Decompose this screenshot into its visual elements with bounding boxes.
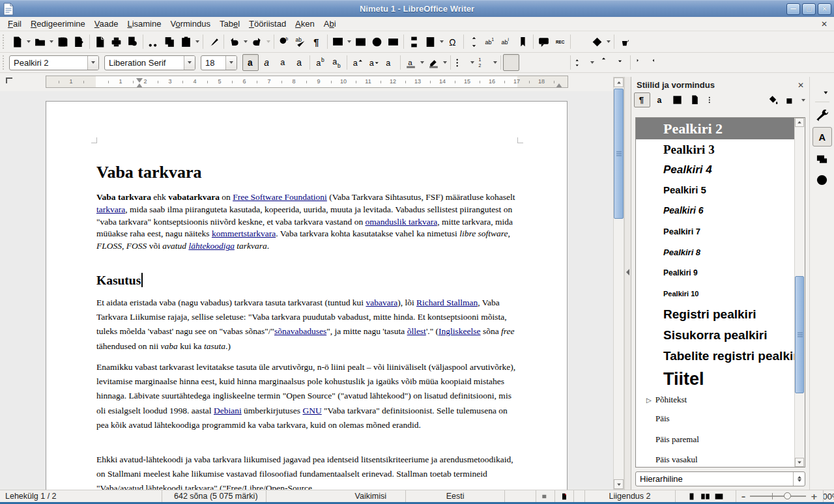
minimize-button[interactable]: — — [786, 3, 800, 15]
document-paragraph[interactable]: Ehkki avatud-lähtekoodi ja vaba tarkvara… — [96, 453, 519, 490]
document-paragraph[interactable]: Et aidata eristada vaba (nagu vabadus) t… — [96, 296, 519, 354]
hyperlink[interactable]: Ingliskeelse — [439, 326, 480, 336]
paste-button[interactable] — [178, 33, 194, 50]
bullet-list-dropdown-icon[interactable] — [470, 61, 474, 64]
undo-button[interactable] — [226, 33, 242, 50]
character-styles-button[interactable] — [652, 92, 668, 107]
underline-button[interactable] — [275, 54, 291, 71]
gallery-tab[interactable] — [813, 150, 831, 167]
document-heading-2[interactable]: Kasutus — [96, 273, 143, 288]
edit-file-button[interactable] — [71, 33, 87, 50]
insert-line-button[interactable] — [573, 33, 589, 50]
align-left-button[interactable] — [503, 54, 519, 71]
style-item-pealkiri-6[interactable]: Pealkiri 6 — [636, 200, 805, 221]
document-canvas[interactable]: Vaba tarkvara Vaba tarkvara ehk vabatark… — [0, 91, 613, 490]
menu-item-tooriistad[interactable]: Tööriistad — [244, 18, 291, 30]
decrease-paragraph-spacing-button[interactable] — [612, 54, 628, 71]
frame-styles-button[interactable] — [669, 92, 685, 107]
style-filter-spinner[interactable] — [793, 472, 805, 486]
align-right-button[interactable] — [536, 54, 552, 71]
page-styles-button[interactable] — [687, 92, 703, 107]
insert-table-button[interactable] — [330, 33, 346, 50]
navigator-tab[interactable] — [813, 171, 831, 188]
style-item-sisukorra-pealkiri[interactable]: Sisukorra pealkiri — [636, 325, 805, 346]
numbered-list-button[interactable] — [476, 54, 492, 71]
document-heading-1[interactable]: Vaba tarkvara — [96, 163, 202, 182]
style-filter-combo[interactable]: Hierarhiline — [635, 471, 805, 486]
paragraph-style-combo[interactable]: Pealkiri 2 — [9, 55, 99, 70]
style-item-päis-paremal[interactable]: Päis paremal — [636, 429, 805, 450]
toolbar-grip[interactable] — [3, 55, 6, 70]
status-language[interactable]: Eesti — [406, 490, 506, 502]
insert-field-dropdown-icon[interactable] — [440, 40, 444, 43]
menu-item-abi[interactable]: Abi — [319, 18, 341, 30]
special-character-button[interactable] — [445, 33, 461, 50]
zoom-slider-thumb[interactable] — [784, 492, 791, 499]
styles-panel-close-icon[interactable]: ✕ — [798, 81, 804, 90]
subscript-button[interactable] — [328, 54, 345, 71]
menu-item-fail[interactable]: Fail — [3, 18, 26, 30]
insert-comment-button[interactable] — [536, 33, 552, 50]
bullet-list-button[interactable] — [453, 54, 469, 71]
insert-image-button[interactable] — [352, 33, 369, 50]
basic-shapes-button[interactable] — [589, 33, 605, 50]
spelling-button[interactable] — [293, 33, 309, 50]
open-dropdown-icon[interactable] — [50, 40, 53, 43]
zoom-in-button[interactable]: + — [811, 492, 818, 501]
formatting-marks-button[interactable] — [309, 33, 325, 50]
sidebar-splitter[interactable] — [624, 77, 631, 490]
line-spacing-button[interactable] — [573, 54, 589, 71]
numbered-list-dropdown-icon[interactable] — [493, 61, 497, 64]
print-preview-button[interactable] — [124, 33, 141, 50]
scroll-up-button[interactable] — [795, 118, 804, 127]
horizontal-ruler[interactable]: 1123456789101112131415161718 — [46, 76, 568, 88]
hyperlink[interactable]: GNU — [302, 406, 321, 415]
menu-item-vaade[interactable]: Vaade — [90, 18, 123, 30]
hyperlink[interactable]: Debiani — [214, 406, 242, 415]
style-item-pealkiri-3[interactable]: Pealkiri 3 — [636, 139, 805, 160]
maximize-button[interactable]: ▢ — [802, 3, 816, 15]
menu-item-vormindus[interactable]: Vormindus — [165, 18, 214, 30]
style-item-pealkiri-9[interactable]: Pealkiri 9 — [636, 262, 805, 283]
style-item-pealkiri-5[interactable]: Pealkiri 5 — [636, 180, 805, 200]
document-paragraph[interactable]: Vaba tarkvara ehk vabatarkvara on Free S… — [96, 191, 519, 253]
hyperlink[interactable]: omanduslik tarkvara — [366, 217, 438, 227]
font-name-combo[interactable]: Liberation Serif — [104, 55, 195, 70]
close-document-icon[interactable]: ✕ — [821, 20, 827, 29]
list-styles-button[interactable] — [704, 92, 721, 107]
font-color-dropdown-icon[interactable] — [420, 61, 424, 64]
first-line-indent-marker[interactable] — [136, 78, 143, 83]
right-indent-marker[interactable] — [556, 83, 562, 88]
toolbar-grip[interactable] — [3, 35, 6, 49]
styles-tab[interactable] — [812, 127, 832, 147]
style-item-pealkiri-2[interactable]: Pealkiri 2 — [636, 118, 805, 139]
hyperlink[interactable]: tarkvara — [96, 204, 125, 214]
track-changes-button[interactable] — [552, 33, 568, 50]
open-button[interactable] — [32, 33, 48, 50]
insert-chart-button[interactable] — [369, 33, 385, 50]
font-color-button[interactable] — [403, 54, 419, 71]
style-item-pealkiri-4[interactable]: Pealkiri 4 — [636, 160, 805, 180]
clone-formatting-button[interactable] — [205, 33, 222, 50]
paste-dropdown-icon[interactable] — [195, 40, 199, 43]
scroll-down-button[interactable] — [614, 479, 624, 489]
hyperlink[interactable]: vabavara — [366, 298, 397, 307]
redo-button[interactable] — [249, 33, 265, 50]
insert-textbox-button[interactable] — [385, 33, 401, 50]
style-item-päis[interactable]: Päis — [636, 408, 805, 429]
status-page-number[interactable]: Lehekülg 1 / 2 — [0, 490, 162, 502]
style-item-päis-vasakul[interactable]: Päis vasakul — [636, 450, 805, 468]
superscript-button[interactable] — [312, 54, 328, 71]
new-style-dropdown-icon[interactable] — [801, 99, 805, 102]
hyperlink[interactable]: õllest — [407, 326, 426, 336]
clear-formatting-button[interactable] — [382, 54, 398, 71]
print-button[interactable] — [108, 33, 124, 50]
track-changes-status-button[interactable] — [555, 490, 574, 502]
grow-font-button[interactable] — [349, 54, 366, 71]
style-item-pealkiri-7[interactable]: Pealkiri 7 — [636, 221, 805, 242]
properties-tab[interactable] — [813, 106, 831, 123]
book-view-icon[interactable] — [714, 492, 724, 501]
single-page-view-icon[interactable] — [687, 492, 697, 501]
scrollbar-thumb[interactable] — [614, 89, 624, 219]
new-style-from-selection-button[interactable] — [783, 92, 799, 107]
